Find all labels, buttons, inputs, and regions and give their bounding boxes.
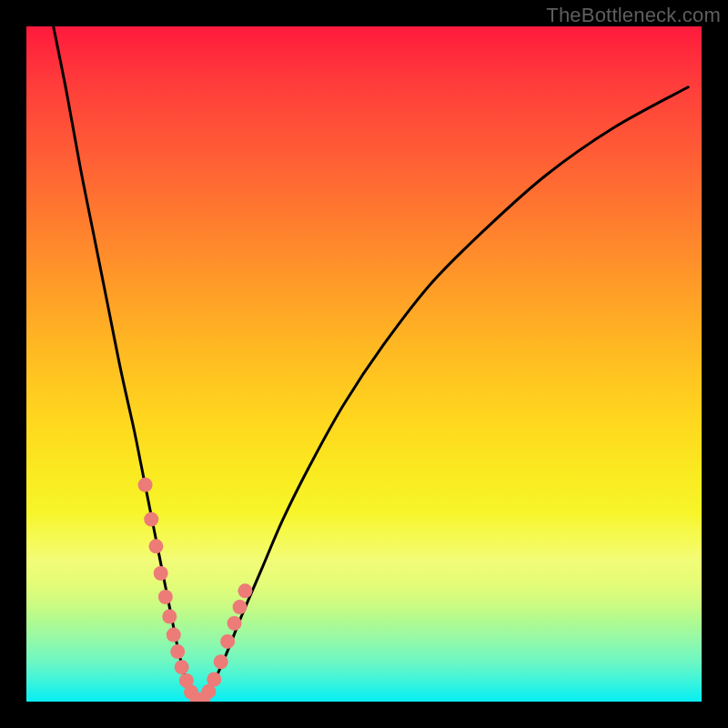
marker-dot [144,512,158,527]
marker-dot [228,616,242,631]
bottleneck-curve [54,26,688,702]
marker-dot [220,634,235,649]
marker-dot [138,478,153,492]
chart-frame: TheBottleneck.com [0,0,728,728]
marker-dot [158,590,173,604]
marker-dot [214,654,228,669]
marker-dot [232,600,247,614]
plot-area [26,26,702,702]
marker-dot [170,644,185,659]
marker-dot [148,539,163,553]
marker-dot [162,610,177,624]
marker-dot [154,566,168,581]
curve-layer [26,26,702,702]
watermark-text: TheBottleneck.com [546,4,721,27]
marker-dot [207,672,221,687]
marker-dot [238,583,252,598]
marker-dot [175,660,189,674]
marker-dot [167,628,181,642]
highlighted-points [138,478,253,702]
